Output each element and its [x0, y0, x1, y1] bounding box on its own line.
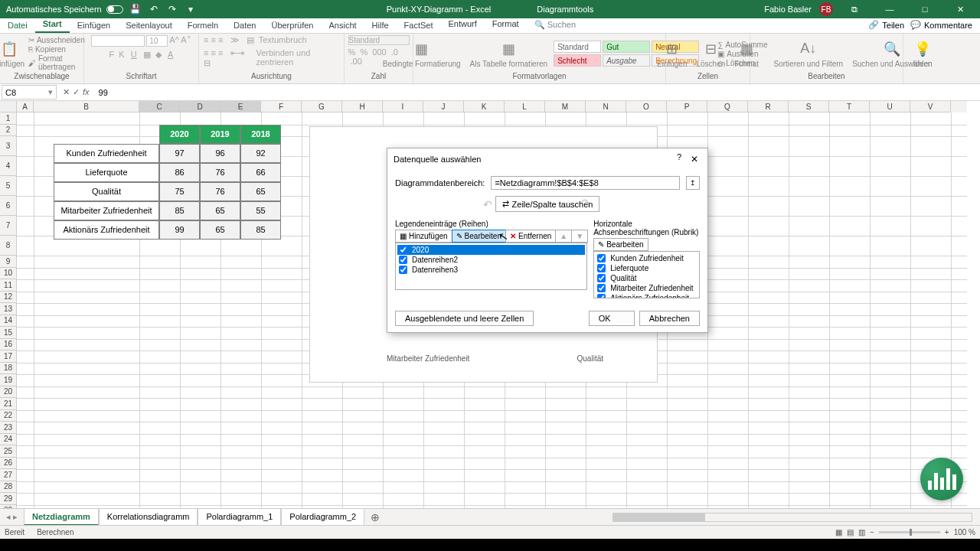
horizontal-scrollbar[interactable]	[612, 513, 972, 522]
column-header[interactable]: B	[34, 101, 139, 112]
row-header[interactable]: 6	[0, 196, 17, 216]
style-ausgabe[interactable]: Ausgabe	[603, 54, 650, 67]
format-painter-button[interactable]: 🖌 Format übertragen	[28, 54, 90, 71]
axis-list-item[interactable]: Qualität	[596, 273, 697, 283]
row-header[interactable]: 7	[0, 216, 17, 236]
tab-datei[interactable]: Datei	[0, 18, 35, 33]
view-normal-icon[interactable]: ▦	[835, 528, 842, 536]
close-icon[interactable]: ✕	[946, 0, 974, 18]
comments-button[interactable]: 💬 Kommentare	[910, 20, 972, 30]
sheet-tab[interactable]: Netzdiagramm	[24, 508, 99, 526]
font-style-buttons[interactable]: F K U ▦ ◆ A	[109, 50, 174, 60]
row-header[interactable]: 27	[0, 469, 17, 481]
tab-seitenlayout[interactable]: Seitenlayout	[118, 18, 180, 33]
row-header[interactable]: 24	[0, 434, 17, 446]
column-header[interactable]: I	[383, 101, 423, 112]
column-header[interactable]: L	[505, 101, 545, 112]
axis-checkbox[interactable]	[597, 274, 606, 282]
row-header[interactable]: 25	[0, 445, 17, 458]
style-standard[interactable]: Standard	[554, 41, 601, 53]
zoom-out-icon[interactable]: −	[870, 528, 874, 536]
format-as-table-button[interactable]: ▦Als Tabelle formatieren	[467, 38, 551, 70]
axis-list-item[interactable]: Kunden Zufriedenheit	[596, 253, 697, 263]
row-header[interactable]: 22	[0, 410, 17, 422]
row-header[interactable]: 3	[0, 136, 17, 156]
cut-button[interactable]: ✂ Ausschneiden	[28, 36, 90, 44]
autosum-button[interactable]: ∑ AutoSumme	[717, 41, 767, 49]
series-checkbox[interactable]	[399, 256, 407, 264]
row-header[interactable]: 2	[0, 125, 17, 137]
column-header[interactable]: P	[667, 101, 707, 112]
edit-series-button[interactable]: ✎ Bearbeiten	[452, 230, 506, 243]
row-header[interactable]: 17	[0, 350, 17, 363]
column-header[interactable]: E	[220, 101, 261, 112]
row-header[interactable]: 29	[0, 493, 17, 505]
select-all-corner[interactable]	[0, 101, 17, 112]
user-avatar[interactable]: FB	[819, 2, 833, 16]
column-header[interactable]: D	[180, 101, 220, 112]
chart-range-input[interactable]: =Netzdiagramm!$B$4:$E$8	[491, 176, 680, 190]
maximize-icon[interactable]: □	[911, 0, 939, 18]
legend-list-item[interactable]: 2020	[397, 245, 585, 255]
accept-formula-icon[interactable]: ✓	[73, 87, 80, 97]
undo-icon[interactable]: ↶	[148, 3, 160, 15]
remove-series-button[interactable]: ✕ Entfernen	[505, 230, 556, 243]
clear-button[interactable]: ◇ Löschen	[717, 59, 767, 67]
dialog-help-icon[interactable]: ?	[677, 152, 681, 166]
move-up-button[interactable]: ▲	[555, 230, 572, 243]
row-header[interactable]: 20	[0, 386, 17, 399]
column-header[interactable]: J	[423, 101, 464, 112]
tab-start[interactable]: Start	[35, 16, 70, 33]
autosave-toggle[interactable]: Automatisches Speichern	[6, 5, 123, 14]
ideas-button[interactable]: 💡Ideen	[908, 38, 937, 70]
column-header[interactable]: G	[302, 101, 342, 112]
add-series-button[interactable]: ▦ Hinzufügen	[395, 230, 452, 243]
column-header[interactable]: Q	[707, 101, 748, 112]
legend-series-list[interactable]: 2020 Datenreihen2 Datenreihen3	[395, 243, 587, 290]
cancel-button[interactable]: Abbrechen	[639, 311, 700, 326]
column-header[interactable]: A	[17, 101, 34, 112]
font-size-input[interactable]	[146, 35, 168, 47]
axis-labels-list[interactable]: Kunden Zufriedenheit Lieferquote Qualitä…	[593, 251, 700, 298]
insert-cells-button[interactable]: ⊞Einfügen	[654, 38, 690, 70]
tab-format[interactable]: Format	[485, 16, 527, 33]
column-header[interactable]: T	[829, 101, 870, 112]
axis-checkbox[interactable]	[597, 294, 606, 298]
font-name-input[interactable]	[91, 35, 145, 47]
column-header[interactable]: F	[261, 101, 302, 112]
name-box[interactable]: C8▾	[2, 85, 57, 99]
axis-checkbox[interactable]	[597, 254, 606, 262]
row-header[interactable]: 14	[0, 315, 17, 328]
fill-button[interactable]: ▣ Ausfüllen	[717, 50, 767, 58]
sheet-tab[interactable]: Polardiagramm_2	[281, 508, 364, 526]
redo-icon[interactable]: ↷	[166, 3, 178, 15]
column-header[interactable]: V	[910, 101, 951, 112]
row-header[interactable]: 19	[0, 374, 17, 386]
cancel-formula-icon[interactable]: ✕	[63, 87, 70, 97]
tab-factset[interactable]: FactSet	[397, 18, 441, 33]
zoom-in-icon[interactable]: +	[945, 528, 949, 536]
legend-list-item[interactable]: Datenreihen3	[397, 265, 585, 275]
conditional-formatting-button[interactable]: ▦Bedingte Formatierung	[380, 38, 464, 70]
tab-ueberpruefen[interactable]: Überprüfen	[263, 18, 321, 33]
edit-axis-button[interactable]: ✎ Bearbeiten	[593, 238, 648, 251]
column-header[interactable]: N	[586, 101, 626, 112]
save-icon[interactable]: 💾	[129, 3, 142, 15]
axis-checkbox[interactable]	[597, 284, 606, 292]
column-header[interactable]: H	[342, 101, 383, 112]
axis-list-item[interactable]: Aktionärs Zufriedenheit	[596, 293, 697, 298]
tab-formeln[interactable]: Formeln	[180, 18, 226, 33]
column-header[interactable]: R	[748, 101, 789, 112]
sheet-nav-buttons[interactable]: ◂ ▸	[0, 512, 24, 522]
qat-customize-icon[interactable]: ▾	[185, 3, 197, 15]
axis-checkbox[interactable]	[597, 264, 606, 272]
search-box[interactable]: 🔍 Suchen	[527, 17, 583, 33]
row-header[interactable]: 23	[0, 422, 17, 434]
style-schlecht[interactable]: Schlecht	[554, 54, 601, 67]
series-checkbox[interactable]	[399, 266, 407, 274]
row-header[interactable]: 28	[0, 481, 17, 494]
tab-hilfe[interactable]: Hilfe	[364, 18, 397, 33]
row-header[interactable]: 8	[0, 236, 17, 256]
spreadsheet-grid[interactable]: ABCDEFGHIJKLMNOPQRSTUV 12345678910111213…	[0, 101, 967, 508]
row-header[interactable]: 26	[0, 458, 17, 470]
